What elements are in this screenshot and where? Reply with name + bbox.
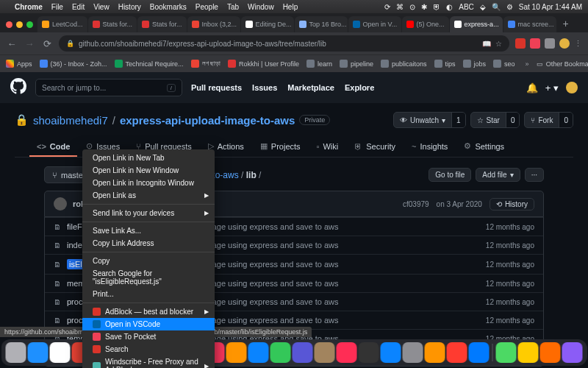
notifications-icon[interactable]: 🔔 [526,82,538,93]
commit-message[interactable]: upload image using express and save to a… [177,279,486,288]
extensions-menu-icon[interactable] [545,38,555,49]
tab-wiki[interactable]: ▫Wiki [309,137,346,157]
menu-tab[interactable]: Tab [227,3,239,11]
browser-tab[interactable]: express-a... [450,16,503,32]
tab-code[interactable]: <>Code [29,137,77,157]
ctx-open-link-in-new-window[interactable]: Open Link in New Window [82,164,215,177]
menu-people[interactable]: People [196,3,218,11]
menu-view[interactable]: View [93,3,110,11]
status-icon[interactable]: ✱ [421,3,427,11]
menu-window[interactable]: Window [248,3,274,11]
dock-app-icon[interactable] [337,342,357,363]
dock-app-icon[interactable] [562,342,583,363]
forward-button[interactable]: → [24,38,35,49]
gh-nav-explore[interactable]: Explore [345,83,374,92]
status-icon[interactable]: ◐ [446,3,453,11]
bookmark-item[interactable]: tips [434,60,456,68]
dock-app-icon[interactable] [50,342,71,363]
ctx-print-[interactable]: Print... [82,288,215,300]
maximize-window[interactable] [26,21,33,28]
ctx-open-in-vscode[interactable]: Open in VSCode [82,318,215,330]
menu-file[interactable]: File [51,3,63,11]
dock-app-icon[interactable] [381,342,401,363]
status-icon[interactable]: ⊙ [409,3,415,11]
more-button[interactable]: ··· [525,168,544,182]
ctx-save-link-as-[interactable]: Save Link As... [82,224,215,237]
repo-name[interactable]: express-api-upload-image-to-aws [120,114,295,127]
wifi-icon[interactable]: ⬙ [480,3,486,11]
gh-nav-pull-requests[interactable]: Pull requests [191,83,242,92]
browser-tab[interactable]: Editing De... [241,16,294,32]
spotlight-icon[interactable]: 🔍 [492,3,501,11]
ctx-search[interactable]: Search [82,343,215,355]
apps-shortcut[interactable]: Apps [6,60,32,68]
commit-message[interactable]: upload image using express and save to a… [177,316,486,325]
ctx-search-google-for-iseligiblere[interactable]: Search Google for "isEligibleRequest.js" [82,267,215,288]
back-button[interactable]: ← [6,38,18,49]
menu-help[interactable]: Help [283,3,298,11]
ctx-save-to-pocket[interactable]: Save To Pocket [82,330,215,343]
ctx-copy-link-address[interactable]: Copy Link Address [82,237,215,250]
user-avatar[interactable] [566,82,578,93]
ext-pocket-icon[interactable] [530,38,540,49]
dock-app-icon[interactable] [315,342,335,363]
dock-app-icon[interactable] [248,342,269,363]
star-icon[interactable]: ☆ [495,40,502,48]
reload-button[interactable]: ⟳ [41,38,53,49]
keyboard-layout[interactable]: ABC [459,3,474,11]
dock-app-icon[interactable] [447,342,467,363]
github-search[interactable]: Search or jump to... / [35,79,182,96]
bookmark-item[interactable]: jobs [463,60,487,68]
browser-tab[interactable]: Inbox (3,2... [187,16,240,32]
tab-projects[interactable]: ▦Projects [253,137,308,157]
bookmark-item[interactable]: (36) - Inbox - Zoh... [40,60,107,68]
repo-owner[interactable]: shoaibmehedi7 [33,114,108,127]
browser-tab[interactable]: Top 16 Bro... [295,16,348,32]
commit-message[interactable]: upload image using express and save to a… [177,222,486,231]
commit-message[interactable]: upload image using express and save to a… [177,297,486,306]
bookmark-item[interactable]: learn [306,60,332,68]
status-icon[interactable]: ⛨ [433,3,440,11]
dock-app-icon[interactable] [28,342,49,363]
history-button[interactable]: ⟲ History [490,198,534,210]
commit-hash[interactable]: cf03979 [403,200,429,208]
add-file-button[interactable]: Add file ▾ [476,168,520,182]
unwatch-button[interactable]: 👁 Unwatch ▾1 [393,112,465,128]
ctx-copy[interactable]: Copy [82,255,215,267]
dock-app-icon[interactable] [226,342,247,363]
bookmark-item[interactable]: লগ ছাড়া [191,60,221,68]
bookmark-item[interactable]: seo [493,60,515,68]
browser-tab[interactable]: Open in V... [348,16,401,32]
app-name[interactable]: Chrome [15,3,43,11]
bookmark-item[interactable]: pipeline [340,60,373,68]
ctx-adblock-best-ad-blocker[interactable]: AdBlock — best ad blocker▶ [82,305,215,318]
other-bookmarks[interactable]: ▭ Other Bookmarks [537,60,588,68]
ctx-open-link-as[interactable]: Open Link as▶ [82,189,215,202]
dock-app-icon[interactable] [270,342,291,363]
status-icon[interactable]: ⟳ [384,3,390,11]
clock[interactable]: Sat 10 Apr 1:44 AM [519,3,582,11]
tab-security[interactable]: ⛨Security [347,137,403,157]
commit-message[interactable]: upload image using express and save to a… [177,260,486,269]
bookmarks-overflow[interactable]: » [526,60,529,68]
menu-history[interactable]: History [118,3,141,11]
minimize-window[interactable] [16,21,23,28]
profile-avatar[interactable] [559,38,570,49]
dock-app-icon[interactable] [359,342,379,363]
dock-app-icon[interactable] [293,342,313,363]
control-center-icon[interactable]: ⚙ [506,3,513,11]
status-icon[interactable]: ⌘ [396,3,404,11]
close-window[interactable] [6,21,12,28]
gh-nav-issues[interactable]: Issues [252,83,277,92]
ctx-open-link-in-new-tab[interactable]: Open Link in New Tab [82,152,215,164]
browser-tab[interactable]: (5) One... [402,16,449,32]
dock-app-icon[interactable] [403,342,423,363]
bookmark-item[interactable]: Technical Require... [115,60,184,68]
goto-file-button[interactable]: Go to file [429,168,471,182]
new-tab-button[interactable]: + [557,18,575,32]
dock-app-icon[interactable] [425,342,445,363]
menu-bookmarks[interactable]: Bookmarks [150,3,187,11]
dock-app-icon[interactable] [496,342,517,363]
dock-app-icon[interactable] [540,342,561,363]
dock-app-icon[interactable] [518,342,539,363]
